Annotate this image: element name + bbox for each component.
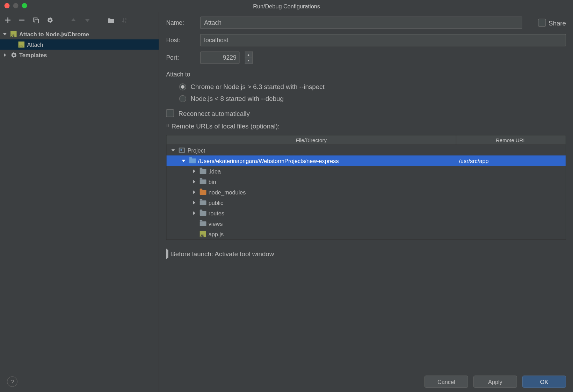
config-toolbar: az <box>0 12 159 28</box>
ok-button[interactable]: OK <box>522 376 566 388</box>
table-row[interactable]: /Users/ekaterinaprigara/WebstormProjects… <box>167 155 566 166</box>
table-header: File/Directory Remote URL <box>167 135 566 145</box>
table-row[interactable]: .idea <box>167 166 566 176</box>
port-step-down[interactable]: ▼ <box>245 58 252 64</box>
radio-debug-label: Node.js < 8 started with --debug <box>190 95 284 102</box>
zoom-window-button[interactable] <box>22 3 27 8</box>
chevron-right-icon <box>191 211 197 215</box>
config-tree: Attach to Node.js/Chrome Attach Template… <box>0 28 159 392</box>
table-row[interactable]: views <box>167 219 566 229</box>
window-title: Run/Debug Configurations <box>253 3 320 9</box>
folder-icon <box>199 169 207 174</box>
add-config-button[interactable] <box>3 16 12 24</box>
reconnect-checkbox[interactable] <box>166 109 174 117</box>
js-debug-icon <box>10 31 18 37</box>
remote-url-cell[interactable]: /usr/src/app <box>456 157 566 164</box>
host-label: Host: <box>166 37 195 44</box>
js-file-icon <box>199 231 207 237</box>
chevron-down-icon <box>2 33 8 35</box>
config-templates[interactable]: Templates <box>0 50 159 60</box>
move-down-button[interactable] <box>83 16 92 24</box>
traffic-lights <box>5 3 27 8</box>
table-row[interactable]: Project <box>167 145 566 155</box>
minimize-window-button[interactable] <box>13 3 19 8</box>
row-label: node_modules <box>209 189 246 195</box>
table-row[interactable]: routes <box>167 208 566 218</box>
chevron-down-icon <box>181 160 187 162</box>
config-type-attach-node-chrome[interactable]: Attach to Node.js/Chrome <box>0 29 159 39</box>
remote-urls-label-row: ⠿ Remote URLs of local files (optional): <box>166 122 566 130</box>
folder-icon <box>188 158 196 163</box>
row-label: bin <box>209 178 216 185</box>
radio-inspect-input[interactable] <box>179 83 186 90</box>
name-row: Name: Share <box>166 17 566 29</box>
row-label: routes <box>209 210 224 216</box>
svg-text:z: z <box>125 20 126 23</box>
chevron-right-icon <box>191 201 197 204</box>
table-row[interactable]: public <box>167 197 566 208</box>
radio-inspect-label: Chrome or Node.js > 6.3 started with --i… <box>190 83 324 90</box>
port-stepper: ▲ ▼ <box>245 52 253 64</box>
row-label: /Users/ekaterinaprigara/WebstormProjects… <box>198 157 339 164</box>
edit-defaults-button[interactable] <box>45 16 54 24</box>
wrench-icon <box>10 52 18 59</box>
chevron-right-icon <box>191 190 197 194</box>
share-row: Share <box>538 19 566 27</box>
config-form: Name: Share Host: Port: ▲ ▼ Attach t <box>159 12 573 392</box>
radio-debug-input[interactable] <box>179 95 186 102</box>
sort-button[interactable]: az <box>121 16 129 24</box>
dialog-window: Run/Debug Configurations <box>0 0 573 392</box>
header-remote-url: Remote URL <box>456 135 566 145</box>
radio-inspect[interactable]: Chrome or Node.js > 6.3 started with --i… <box>179 83 566 90</box>
apply-button[interactable]: Apply <box>473 376 517 388</box>
reconnect-label: Reconnect automatically <box>178 109 249 117</box>
move-up-button[interactable] <box>69 16 78 24</box>
folder-button[interactable] <box>107 16 115 24</box>
folder-icon <box>199 200 207 205</box>
help-button[interactable]: ? <box>7 376 17 387</box>
svg-text:a: a <box>125 17 127 20</box>
table-row[interactable]: node_modules <box>167 187 566 197</box>
name-input[interactable] <box>200 17 522 29</box>
remote-urls-label: Remote URLs of local files (optional): <box>171 122 280 130</box>
table-body: Project/Users/ekaterinaprigara/WebstormP… <box>167 145 566 239</box>
chevron-right-icon <box>166 250 168 258</box>
table-row[interactable]: bin <box>167 176 566 187</box>
cancel-button[interactable]: Cancel <box>425 376 468 388</box>
before-launch-section[interactable]: Before launch: Activate tool window <box>166 250 566 258</box>
host-input[interactable] <box>200 34 566 46</box>
grip-icon[interactable]: ⠿ <box>166 124 169 128</box>
project-icon <box>178 148 186 153</box>
row-label: app.js <box>209 231 224 237</box>
radio-debug[interactable]: Node.js < 8 started with --debug <box>179 95 566 102</box>
copy-config-button[interactable] <box>31 16 40 24</box>
folder-icon <box>199 221 207 226</box>
js-debug-icon <box>17 42 26 48</box>
close-window-button[interactable] <box>5 3 10 8</box>
reconnect-row[interactable]: Reconnect automatically <box>166 109 566 117</box>
row-label: .idea <box>209 168 221 175</box>
port-row: Port: ▲ ▼ <box>166 52 566 64</box>
attach-to-label: Attach to <box>166 71 566 78</box>
row-label: public <box>209 199 223 206</box>
attach-to-radio-group: Chrome or Node.js > 6.3 started with --i… <box>166 83 566 102</box>
port-step-up[interactable]: ▲ <box>245 52 252 58</box>
folder-icon <box>199 211 207 216</box>
folder-icon <box>199 190 207 195</box>
remove-config-button[interactable] <box>17 16 26 24</box>
row-label: views <box>209 220 223 227</box>
host-row: Host: <box>166 34 566 46</box>
chevron-right-icon <box>2 53 8 57</box>
table-row[interactable]: app.js <box>167 229 566 239</box>
dialog-footer: ? Cancel Apply OK <box>0 371 573 392</box>
name-label: Name: <box>166 19 195 26</box>
config-attach[interactable]: Attach <box>0 39 159 50</box>
share-label: Share <box>549 19 566 26</box>
header-file-directory: File/Directory <box>167 135 456 145</box>
chevron-down-icon <box>170 149 176 151</box>
sidebar: az Attach to Node.js/Chrome Attach <box>0 12 159 392</box>
dialog-body: az Attach to Node.js/Chrome Attach <box>0 12 573 392</box>
chevron-right-icon <box>191 180 197 183</box>
port-input[interactable] <box>200 52 240 64</box>
share-checkbox[interactable] <box>538 19 546 27</box>
